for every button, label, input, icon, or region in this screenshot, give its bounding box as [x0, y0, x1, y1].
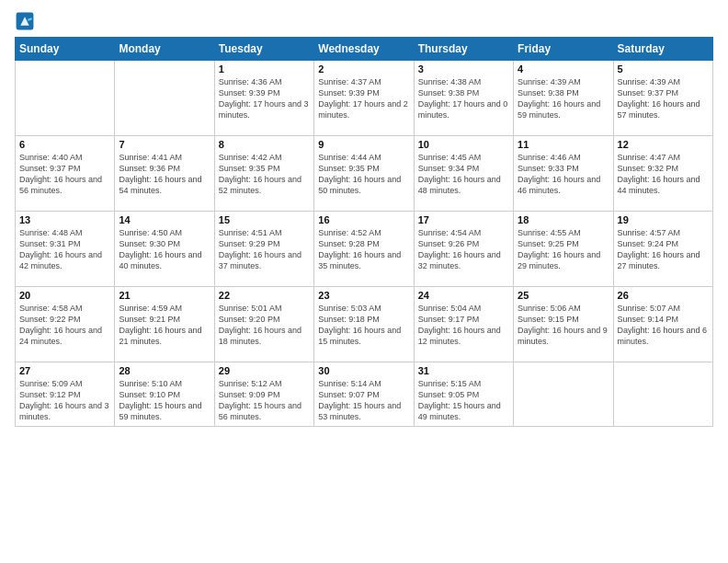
day-info: Sunrise: 5:07 AMSunset: 9:14 PMDaylight:…	[618, 304, 708, 346]
day-info: Sunrise: 4:41 AMSunset: 9:36 PMDaylight:…	[119, 153, 201, 195]
day-number: 13	[19, 214, 110, 225]
day-number: 3	[418, 63, 509, 75]
day-number: 23	[318, 290, 409, 301]
day-info: Sunrise: 5:01 AMSunset: 9:20 PMDaylight:…	[219, 304, 301, 346]
calendar-cell: 3Sunrise: 4:38 AMSunset: 9:38 PMDaylight…	[414, 61, 513, 136]
calendar-cell: 12Sunrise: 4:47 AMSunset: 9:32 PMDayligh…	[613, 136, 712, 212]
day-info: Sunrise: 4:52 AMSunset: 9:28 PMDaylight:…	[318, 228, 401, 270]
day-info: Sunrise: 4:44 AMSunset: 9:35 PMDaylight:…	[318, 153, 401, 195]
day-number: 20	[19, 290, 110, 301]
calendar-cell: 16Sunrise: 4:52 AMSunset: 9:28 PMDayligh…	[314, 212, 414, 287]
calendar-cell: 15Sunrise: 4:51 AMSunset: 9:29 PMDayligh…	[214, 212, 313, 287]
day-number: 2	[318, 63, 409, 75]
calendar-cell: 30Sunrise: 5:14 AMSunset: 9:07 PMDayligh…	[314, 362, 414, 427]
day-number: 7	[119, 139, 210, 150]
calendar-cell: 21Sunrise: 4:59 AMSunset: 9:21 PMDayligh…	[115, 287, 214, 362]
logo	[15, 11, 39, 31]
calendar-cell: 23Sunrise: 5:03 AMSunset: 9:18 PMDayligh…	[314, 287, 414, 362]
day-number: 18	[518, 214, 609, 225]
weekday-header-monday: Monday	[115, 38, 214, 61]
calendar-cell	[16, 61, 115, 136]
calendar-cell: 14Sunrise: 4:50 AMSunset: 9:30 PMDayligh…	[115, 212, 214, 287]
day-number: 19	[618, 214, 709, 225]
day-info: Sunrise: 4:58 AMSunset: 9:22 PMDaylight:…	[19, 304, 102, 346]
day-info: Sunrise: 4:47 AMSunset: 9:32 PMDaylight:…	[618, 153, 700, 195]
day-number: 5	[618, 63, 709, 75]
day-info: Sunrise: 4:45 AMSunset: 9:34 PMDaylight:…	[418, 153, 501, 195]
calendar-cell	[115, 61, 214, 136]
weekday-header-tuesday: Tuesday	[214, 38, 313, 61]
day-info: Sunrise: 5:12 AMSunset: 9:09 PMDaylight:…	[219, 379, 301, 421]
day-info: Sunrise: 4:50 AMSunset: 9:30 PMDaylight:…	[119, 228, 201, 270]
day-number: 22	[219, 290, 310, 301]
day-number: 11	[518, 139, 609, 150]
day-number: 10	[418, 139, 509, 150]
day-number: 26	[618, 290, 709, 301]
day-number: 6	[19, 139, 110, 150]
day-info: Sunrise: 4:38 AMSunset: 9:38 PMDaylight:…	[418, 77, 508, 120]
calendar-cell: 28Sunrise: 5:10 AMSunset: 9:10 PMDayligh…	[115, 362, 214, 427]
day-info: Sunrise: 4:42 AMSunset: 9:35 PMDaylight:…	[219, 153, 301, 195]
calendar: SundayMondayTuesdayWednesdayThursdayFrid…	[15, 37, 713, 427]
day-info: Sunrise: 4:37 AMSunset: 9:39 PMDaylight:…	[318, 77, 408, 120]
calendar-cell: 11Sunrise: 4:46 AMSunset: 9:33 PMDayligh…	[514, 136, 613, 212]
day-number: 24	[418, 290, 509, 301]
calendar-cell: 17Sunrise: 4:54 AMSunset: 9:26 PMDayligh…	[414, 212, 513, 287]
calendar-cell: 8Sunrise: 4:42 AMSunset: 9:35 PMDaylight…	[214, 136, 313, 212]
day-info: Sunrise: 4:36 AMSunset: 9:39 PMDaylight:…	[219, 77, 309, 120]
day-info: Sunrise: 5:15 AMSunset: 9:05 PMDaylight:…	[418, 379, 501, 421]
calendar-cell: 5Sunrise: 4:39 AMSunset: 9:37 PMDaylight…	[613, 61, 712, 136]
calendar-cell: 1Sunrise: 4:36 AMSunset: 9:39 PMDaylight…	[214, 61, 313, 136]
weekday-header-friday: Friday	[514, 38, 613, 61]
day-info: Sunrise: 5:04 AMSunset: 9:17 PMDaylight:…	[418, 304, 501, 346]
day-number: 14	[119, 214, 210, 225]
day-info: Sunrise: 4:55 AMSunset: 9:25 PMDaylight:…	[518, 228, 600, 270]
calendar-cell: 13Sunrise: 4:48 AMSunset: 9:31 PMDayligh…	[16, 212, 115, 287]
day-number: 27	[19, 365, 110, 376]
day-info: Sunrise: 5:09 AMSunset: 9:12 PMDaylight:…	[19, 379, 109, 421]
day-number: 21	[119, 290, 210, 301]
calendar-cell: 29Sunrise: 5:12 AMSunset: 9:09 PMDayligh…	[214, 362, 313, 427]
calendar-cell: 9Sunrise: 4:44 AMSunset: 9:35 PMDaylight…	[314, 136, 414, 212]
calendar-cell: 7Sunrise: 4:41 AMSunset: 9:36 PMDaylight…	[115, 136, 214, 212]
day-info: Sunrise: 4:51 AMSunset: 9:29 PMDaylight:…	[219, 228, 301, 270]
day-number: 16	[318, 214, 409, 225]
day-number: 29	[219, 365, 310, 376]
day-number: 17	[418, 214, 509, 225]
calendar-cell: 6Sunrise: 4:40 AMSunset: 9:37 PMDaylight…	[16, 136, 115, 212]
day-info: Sunrise: 4:39 AMSunset: 9:37 PMDaylight:…	[618, 77, 700, 120]
day-info: Sunrise: 4:54 AMSunset: 9:26 PMDaylight:…	[418, 228, 501, 270]
day-number: 30	[318, 365, 409, 376]
day-info: Sunrise: 5:03 AMSunset: 9:18 PMDaylight:…	[318, 304, 401, 346]
weekday-header-thursday: Thursday	[414, 38, 513, 61]
day-number: 15	[219, 214, 310, 225]
day-info: Sunrise: 5:14 AMSunset: 9:07 PMDaylight:…	[318, 379, 401, 421]
day-info: Sunrise: 4:39 AMSunset: 9:38 PMDaylight:…	[518, 77, 600, 120]
calendar-cell: 10Sunrise: 4:45 AMSunset: 9:34 PMDayligh…	[414, 136, 513, 212]
calendar-cell: 25Sunrise: 5:06 AMSunset: 9:15 PMDayligh…	[514, 287, 613, 362]
calendar-cell: 18Sunrise: 4:55 AMSunset: 9:25 PMDayligh…	[514, 212, 613, 287]
calendar-cell: 24Sunrise: 5:04 AMSunset: 9:17 PMDayligh…	[414, 287, 513, 362]
day-info: Sunrise: 5:06 AMSunset: 9:15 PMDaylight:…	[518, 304, 608, 346]
weekday-header-wednesday: Wednesday	[314, 38, 414, 61]
calendar-cell: 27Sunrise: 5:09 AMSunset: 9:12 PMDayligh…	[16, 362, 115, 427]
day-number: 4	[518, 63, 609, 75]
calendar-cell	[514, 362, 613, 427]
day-number: 31	[418, 365, 509, 376]
weekday-header-sunday: Sunday	[16, 38, 115, 61]
day-info: Sunrise: 4:48 AMSunset: 9:31 PMDaylight:…	[19, 228, 102, 270]
day-number: 28	[119, 365, 210, 376]
day-info: Sunrise: 4:59 AMSunset: 9:21 PMDaylight:…	[119, 304, 201, 346]
day-number: 1	[219, 63, 310, 75]
calendar-cell: 22Sunrise: 5:01 AMSunset: 9:20 PMDayligh…	[214, 287, 313, 362]
day-number: 8	[219, 139, 310, 150]
calendar-cell: 19Sunrise: 4:57 AMSunset: 9:24 PMDayligh…	[613, 212, 712, 287]
calendar-cell	[613, 362, 712, 427]
calendar-cell: 26Sunrise: 5:07 AMSunset: 9:14 PMDayligh…	[613, 287, 712, 362]
calendar-cell: 31Sunrise: 5:15 AMSunset: 9:05 PMDayligh…	[414, 362, 513, 427]
calendar-cell: 20Sunrise: 4:58 AMSunset: 9:22 PMDayligh…	[16, 287, 115, 362]
day-number: 9	[318, 139, 409, 150]
day-info: Sunrise: 5:10 AMSunset: 9:10 PMDaylight:…	[119, 379, 201, 421]
day-info: Sunrise: 4:46 AMSunset: 9:33 PMDaylight:…	[518, 153, 600, 195]
day-number: 12	[618, 139, 709, 150]
